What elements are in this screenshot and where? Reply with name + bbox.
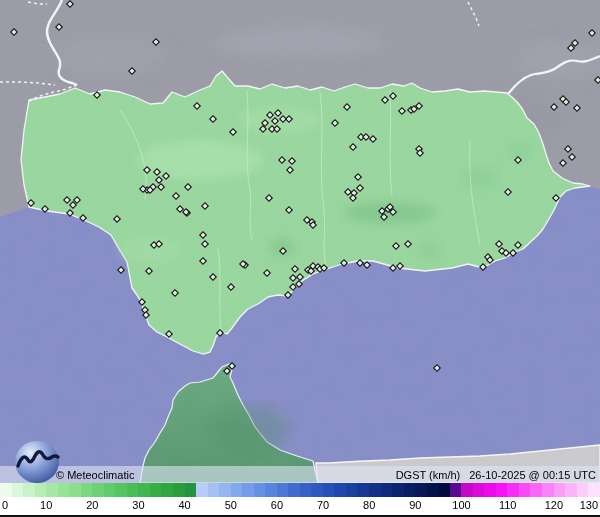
scale-tick: 50	[225, 499, 237, 511]
color-scale-block	[300, 483, 312, 497]
color-scale-block	[530, 483, 542, 497]
color-scale-block	[231, 483, 243, 497]
color-scale-block	[173, 483, 185, 497]
color-scale-block	[0, 483, 12, 497]
attribution-bar: © Meteoclimatic DGST (km/h) 26-10-2025 @…	[0, 466, 600, 483]
color-scale-block	[161, 483, 173, 497]
map-timestamp: 26-10-2025 @ 00:15 UTC	[469, 469, 596, 481]
color-scale-block	[334, 483, 346, 497]
attribution-text: © Meteoclimatic	[56, 469, 134, 481]
color-scale-block	[346, 483, 358, 497]
color-scale-block	[12, 483, 24, 497]
scale-tick-labels: 0102030405060708090100110120130	[0, 497, 600, 515]
scale-tick: 0	[2, 499, 8, 511]
scale-tick: 130	[580, 499, 598, 511]
color-scale-block	[450, 483, 462, 497]
color-scale-block	[357, 483, 369, 497]
color-scale-block	[115, 483, 127, 497]
color-scale-block	[150, 483, 162, 497]
color-scale-block	[196, 483, 208, 497]
terrain-noise-overlay	[0, 0, 600, 483]
color-scale-block	[127, 483, 139, 497]
color-scale-block	[104, 483, 116, 497]
gust-color-scale	[0, 483, 600, 497]
scale-tick: 80	[363, 499, 375, 511]
color-scale-block	[496, 483, 508, 497]
color-scale-block	[461, 483, 473, 497]
scale-tick: 30	[132, 499, 144, 511]
color-scale-block	[35, 483, 47, 497]
scale-tick: 20	[86, 499, 98, 511]
color-scale-block	[288, 483, 300, 497]
color-scale-block	[404, 483, 416, 497]
color-scale-block	[415, 483, 427, 497]
color-scale-block	[565, 483, 577, 497]
map-canvas	[0, 0, 600, 483]
scale-tick: 110	[499, 499, 517, 511]
scale-tick: 100	[452, 499, 470, 511]
color-scale-block	[23, 483, 35, 497]
color-scale-block	[219, 483, 231, 497]
color-scale-block	[473, 483, 485, 497]
scale-tick: 40	[178, 499, 190, 511]
color-scale-block	[438, 483, 450, 497]
color-scale-block	[507, 483, 519, 497]
color-scale-block	[323, 483, 335, 497]
andalusia-gust-map	[0, 0, 600, 483]
color-scale-block	[519, 483, 531, 497]
color-scale-block	[208, 483, 220, 497]
color-scale-block	[254, 483, 266, 497]
meteoclimatic-logo	[13, 439, 61, 485]
color-scale-block	[185, 483, 197, 497]
color-scale-block	[577, 483, 589, 497]
color-scale-block	[369, 483, 381, 497]
color-scale-block	[381, 483, 393, 497]
color-scale-block	[92, 483, 104, 497]
weather-map-screenshot: © Meteoclimatic DGST (km/h) 26-10-2025 @…	[0, 0, 600, 517]
color-scale-block	[588, 483, 600, 497]
color-scale-block	[58, 483, 70, 497]
legend-label: DGST (km/h)	[396, 469, 461, 481]
color-scale-block	[265, 483, 277, 497]
scale-tick: 90	[409, 499, 421, 511]
color-scale-block	[484, 483, 496, 497]
scale-tick: 120	[545, 499, 563, 511]
color-scale-block	[81, 483, 93, 497]
color-scale-block	[69, 483, 81, 497]
scale-tick: 60	[271, 499, 283, 511]
scale-tick: 70	[317, 499, 329, 511]
color-scale-block	[277, 483, 289, 497]
color-scale-block	[542, 483, 554, 497]
color-scale-block	[46, 483, 58, 497]
color-scale-block	[138, 483, 150, 497]
color-scale-block	[554, 483, 566, 497]
color-scale-block	[242, 483, 254, 497]
color-scale-block	[427, 483, 439, 497]
scale-tick: 10	[40, 499, 52, 511]
color-scale-block	[311, 483, 323, 497]
color-scale-block	[392, 483, 404, 497]
